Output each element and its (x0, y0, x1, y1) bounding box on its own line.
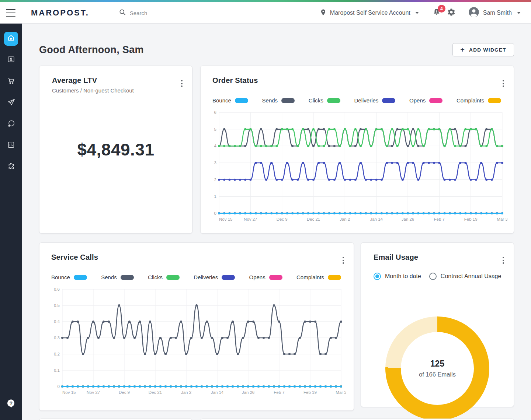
widget-service-calls: Service Calls BounceSendsClicksDeliverie… (39, 242, 354, 411)
svg-text:Nov 15: Nov 15 (62, 390, 76, 395)
kebab-menu-icon[interactable] (180, 78, 184, 88)
email-usage-radio-group: Month to date Contract Annual Usage (374, 273, 514, 280)
paper-plane-icon (7, 98, 15, 108)
ltv-value: $4,849.31 (39, 140, 192, 160)
legend-swatch (269, 275, 282, 280)
legend-item-deliveries[interactable]: Deliveries (194, 274, 235, 280)
sidebar-item-conversations[interactable] (0, 113, 22, 135)
svg-text:Nov 27: Nov 27 (244, 217, 257, 221)
legend-item-bounce[interactable]: Bounce (51, 274, 87, 280)
search-icon (119, 8, 126, 17)
widget-title: Email Usage (374, 253, 514, 262)
settings-button[interactable] (444, 6, 459, 20)
widget-title: Order Status (212, 76, 514, 85)
chevron-down-icon (415, 12, 419, 14)
email-usage-donut-chart: 125 of 166 Emails (385, 316, 489, 420)
svg-text:0.2: 0.2 (54, 352, 60, 356)
legend-item-clicks[interactable]: Clicks (148, 274, 180, 280)
sidebar: ? (0, 24, 22, 420)
home-active-tile (4, 32, 18, 46)
page-title: Good Afternoon, Sam (39, 44, 144, 56)
kebab-menu-icon[interactable] (501, 78, 506, 88)
next-widget-peek (200, 419, 514, 420)
svg-text:5: 5 (214, 127, 216, 132)
svg-text:Mar 3: Mar 3 (497, 217, 507, 221)
home-icon (7, 34, 15, 43)
svg-text:6: 6 (214, 110, 216, 115)
svg-text:Feb 7: Feb 7 (434, 217, 445, 221)
add-widget-button[interactable]: + ADD WIDGET (452, 43, 514, 56)
searchbox[interactable] (119, 8, 211, 17)
legend-label: Clicks (148, 274, 163, 280)
account-selector[interactable]: Maropost Self Service Account (320, 9, 419, 17)
sidebar-item-campaigns[interactable] (0, 92, 22, 113)
svg-text:0.5: 0.5 (54, 303, 60, 308)
legend-item-complaints[interactable]: Complaints (457, 97, 501, 104)
legend-item-bounce[interactable]: Bounce (212, 97, 248, 104)
sidebar-item-commerce[interactable] (0, 71, 22, 92)
widget-average-ltv: Average LTV Customers / Non-guest Checko… (39, 66, 192, 234)
svg-text:0.1: 0.1 (54, 368, 60, 372)
svg-text:Jan 26: Jan 26 (402, 217, 414, 221)
legend-label: Opens (249, 274, 265, 280)
chat-bubble-icon (7, 119, 15, 129)
main-content: Good Afternoon, Sam + ADD WIDGET Average… (22, 24, 531, 420)
svg-text:0: 0 (214, 211, 216, 216)
svg-text:2: 2 (214, 178, 216, 182)
search-input[interactable] (130, 10, 211, 16)
legend-swatch (222, 275, 235, 280)
legend-item-deliveries[interactable]: Deliveries (354, 97, 395, 104)
legend-item-complaints[interactable]: Complaints (296, 274, 341, 280)
svg-text:0: 0 (58, 384, 60, 389)
kebab-menu-icon[interactable] (341, 255, 346, 265)
legend-swatch (327, 98, 340, 103)
sidebar-item-contacts[interactable] (0, 49, 22, 71)
help-icon: ? (6, 399, 16, 410)
location-pin-icon (320, 9, 327, 17)
radio-icon (429, 273, 437, 280)
svg-text:Nov 15: Nov 15 (219, 217, 232, 221)
svg-text:1: 1 (214, 194, 216, 199)
svg-text:Dec 9: Dec 9 (277, 217, 288, 221)
radio-icon (374, 273, 381, 280)
svg-text:0.4: 0.4 (54, 319, 60, 324)
user-menu[interactable]: Sam Smith (468, 7, 521, 19)
widget-email-usage: Email Usage Month to date Contract Annua… (361, 242, 514, 407)
radio-month-to-date[interactable]: Month to date (374, 273, 421, 280)
legend-label: Complaints (457, 97, 484, 104)
svg-text:Nov 27: Nov 27 (87, 390, 100, 395)
hamburger-menu-icon[interactable] (6, 9, 15, 17)
legend-item-opens[interactable]: Opens (409, 97, 442, 104)
legend-item-clicks[interactable]: Clicks (309, 97, 340, 104)
sidebar-item-home[interactable] (0, 28, 22, 49)
next-widget-peek (39, 419, 192, 420)
notifications-button[interactable]: 4 (429, 6, 444, 20)
legend-label: Deliveries (354, 97, 378, 104)
legend-item-sends[interactable]: Sends (262, 97, 295, 104)
widget-order-status: Order Status BounceSendsClicksDeliveries… (200, 66, 514, 234)
sidebar-item-integrations[interactable] (0, 156, 22, 178)
legend-label: Bounce (51, 274, 70, 280)
gear-icon (447, 8, 456, 18)
svg-text:Dec 9: Dec 9 (119, 390, 130, 395)
chevron-down-icon (517, 12, 521, 14)
svg-text:3: 3 (214, 161, 216, 165)
shopping-cart-icon (7, 77, 15, 87)
radio-label: Month to date (385, 273, 421, 280)
legend-item-sends[interactable]: Sends (101, 274, 134, 280)
legend-item-opens[interactable]: Opens (249, 274, 282, 280)
radio-contract-annual-usage[interactable]: Contract Annual Usage (429, 273, 502, 280)
svg-text:Jan 26: Jan 26 (242, 390, 255, 395)
donut-label: of 166 Emails (419, 371, 456, 378)
donut-value: 125 (430, 359, 444, 369)
help-button[interactable]: ? (0, 393, 22, 415)
add-widget-label: ADD WIDGET (469, 47, 506, 53)
svg-text:Feb 19: Feb 19 (464, 217, 478, 221)
sidebar-item-reports[interactable] (0, 135, 22, 156)
avatar (468, 7, 479, 19)
svg-text:0.6: 0.6 (54, 287, 60, 291)
svg-text:Feb 7: Feb 7 (274, 390, 284, 395)
widget-subtitle: Customers / Non-guest Checkout (52, 87, 192, 94)
bar-chart-icon (7, 141, 15, 150)
kebab-menu-icon[interactable] (501, 255, 506, 265)
